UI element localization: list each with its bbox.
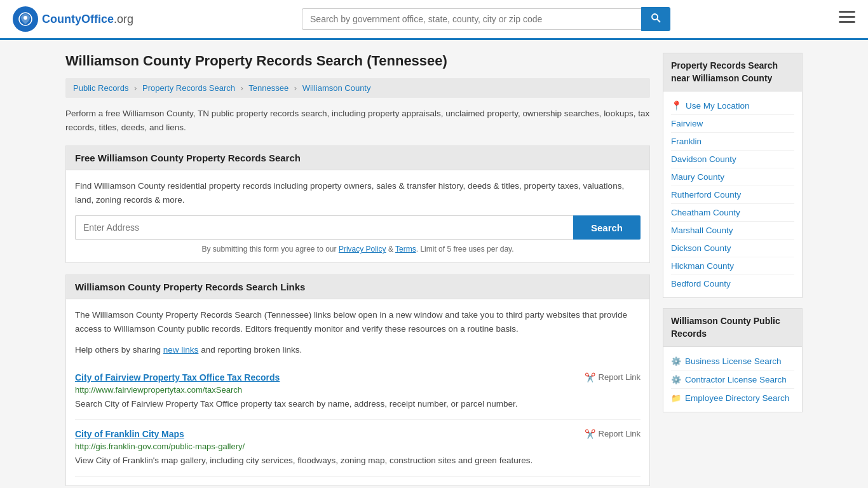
svg-rect-5 [839,16,855,18]
sidebar-link-business-license[interactable]: ⚙️ Business License Search [671,352,794,370]
content-area: Williamson County Property Records Searc… [65,53,650,488]
logo-text: CountyOffice.org [42,13,133,26]
sidebar-link-contractor-license[interactable]: ⚙️ Contractor License Search [671,370,794,389]
link-item-0: City of Fairview Property Tax Office Tax… [75,363,641,420]
sidebar-link-bedford-county[interactable]: Bedford County [671,275,794,292]
free-search-section: Free Williamson County Property Records … [65,146,650,263]
report-link-1[interactable]: ✂️ Report Link [585,429,641,439]
sidebar-link-employee-directory[interactable]: 📁 Employee Directory Search [671,389,794,407]
sidebar-link-rutherford-county[interactable]: Rutherford County [671,186,794,204]
sidebar: Property Records Search near Williamson … [663,53,803,488]
free-search-heading: Free Williamson County Property Records … [66,146,649,170]
link-url-0[interactable]: http://www.fairviewpropertytax.com/taxSe… [75,385,641,395]
breadcrumb-tennessee[interactable]: Tennessee [248,83,288,93]
svg-line-3 [657,19,660,22]
link-url-1[interactable]: http://gis.franklin-gov.com/public-maps-… [75,442,641,451]
breadcrumb-property-records-search[interactable]: Property Records Search [142,83,235,93]
gear-icon: ⚙️ [671,356,681,366]
sidebar-link-maury-county[interactable]: Maury County [671,168,794,186]
free-search-body: Find Williamson County residential prope… [66,170,649,262]
privacy-policy-link[interactable]: Privacy Policy [339,245,386,254]
sidebar-use-my-location[interactable]: 📍 Use My Location [671,97,794,115]
address-form: Search [75,215,641,240]
link-desc-1: View City of Franklin's map gallery, inc… [75,454,641,467]
sidebar-nearby-section: Property Records Search near Williamson … [663,53,803,298]
logo-icon [13,6,38,32]
search-button[interactable]: Search [573,215,641,240]
sidebar-nearby-heading: Property Records Search near Williamson … [663,53,802,92]
links-heading: Williamson County Property Records Searc… [66,275,649,299]
menu-icon[interactable] [839,11,855,27]
breadcrumb: Public Records › Property Records Search… [65,78,650,98]
links-section: Williamson County Property Records Searc… [65,274,650,486]
help-text: Help others by sharing new links and rep… [75,345,641,355]
sidebar-link-davidson-county[interactable]: Davidson County [671,151,794,168]
settings-icon: ⚙️ [671,374,681,384]
header-search-form [302,7,670,31]
page-description: Perform a free Williamson County, TN pub… [65,107,650,134]
sidebar-link-fairview[interactable]: Fairview [671,115,794,133]
page-title: Williamson County Property Records Searc… [65,53,650,69]
address-input[interactable] [75,215,573,240]
link-item-1: City of Franklin City Maps ✂️ Report Lin… [75,420,641,477]
header-search-button[interactable] [641,7,670,31]
breadcrumb-williamson-county[interactable]: Williamson County [302,83,371,93]
form-terms: By submitting this form you agree to our… [75,245,641,254]
sidebar-link-dickson-county[interactable]: Dickson County [671,240,794,257]
logo-area[interactable]: CountyOffice.org [13,6,133,32]
sidebar-link-hickman-county[interactable]: Hickman County [671,257,794,275]
sidebar-link-franklin[interactable]: Franklin [671,133,794,151]
sidebar-public-records-heading: Williamson County Public Records [663,309,802,347]
sidebar-link-marshall-county[interactable]: Marshall County [671,222,794,240]
svg-rect-6 [839,21,855,23]
link-title-1[interactable]: City of Franklin City Maps [75,429,184,439]
main-container: Williamson County Property Records Searc… [53,40,815,488]
link-title-0[interactable]: City of Fairview Property Tax Office Tax… [75,372,280,383]
link-desc-0: Search City of Fairview Property Tax Off… [75,398,641,410]
location-dot-icon: 📍 [671,100,682,111]
new-links-link[interactable]: new links [163,345,199,355]
svg-point-1 [24,16,27,20]
breadcrumb-public-records[interactable]: Public Records [73,83,128,93]
sidebar-link-cheatham-county[interactable]: Cheatham County [671,204,794,222]
report-link-0[interactable]: ✂️ Report Link [585,372,641,383]
sidebar-nearby-body: 📍 Use My Location Fairview Franklin Davi… [663,92,802,297]
header: CountyOffice.org [0,0,868,40]
svg-point-2 [652,14,658,20]
links-description: The Williamson County Property Records S… [75,308,641,336]
sidebar-public-records-section: Williamson County Public Records ⚙️ Busi… [663,308,803,412]
links-body: The Williamson County Property Records S… [66,299,649,485]
free-search-description: Find Williamson County residential prope… [75,179,641,207]
terms-link[interactable]: Terms [395,245,416,254]
svg-rect-4 [839,11,855,13]
sidebar-public-records-body: ⚙️ Business License Search ⚙️ Contractor… [663,347,802,412]
folder-icon: 📁 [671,393,681,403]
header-search-input[interactable] [302,8,641,30]
